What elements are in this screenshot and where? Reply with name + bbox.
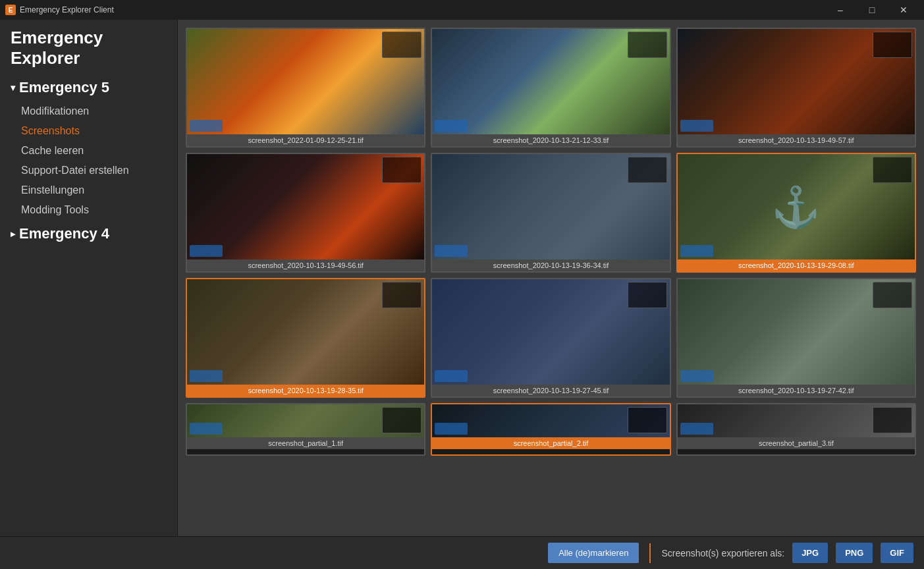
screenshot-filename: screenshot_partial_2.tif — [432, 437, 669, 449]
thumb-hud-ui — [680, 245, 713, 257]
sidebar-item-screenshots[interactable]: Screenshots — [0, 121, 177, 141]
screenshot-item[interactable]: screenshot_2020-10-13-19-27-42.tif — [676, 278, 916, 398]
screenshot-filename: screenshot_2020-10-13-19-27-45.tif — [432, 385, 669, 396]
sidebar-item-support[interactable]: Support-Datei erstellen — [0, 161, 177, 180]
chevron-emergency4-icon: ▸ — [11, 229, 15, 239]
screenshot-thumb — [432, 29, 669, 134]
screenshot-thumb — [187, 29, 424, 134]
sidebar-group-emergency4[interactable]: ▸ Emergency 4 — [0, 220, 177, 248]
divider — [649, 543, 651, 563]
screenshot-item[interactable]: screenshot_partial_2.tif — [431, 403, 670, 456]
screenshot-filename: screenshot_2020-10-13-19-28-35.tif — [187, 385, 424, 396]
export-jpg-button[interactable]: JPG — [792, 543, 828, 563]
close-button[interactable]: ✕ — [888, 0, 919, 20]
minimize-button[interactable]: – — [825, 0, 856, 20]
app-icon: E — [5, 5, 16, 15]
bottom-bar: Alle (de)markieren Screenshot(s) exporti… — [0, 536, 924, 569]
export-gif-button[interactable]: GIF — [881, 543, 913, 563]
sidebar-title: Emergency Explorer — [0, 20, 177, 74]
thumb-overlay-ui — [873, 407, 912, 433]
screenshot-item[interactable]: ⚓screenshot_2020-10-13-19-29-08.tif — [676, 153, 916, 273]
thumb-overlay-ui — [628, 157, 667, 183]
title-bar-left: E Emergency Explorer Client — [5, 5, 114, 15]
thumb-hud-ui — [680, 423, 713, 435]
screenshot-filename: screenshot_2020-10-13-19-49-56.tif — [187, 259, 424, 271]
screenshot-thumb: ⚓ — [678, 154, 915, 259]
screenshot-thumb — [432, 404, 669, 437]
thumb-overlay-ui — [628, 32, 667, 58]
sidebar-group-emergency5-label: Emergency 5 — [19, 79, 109, 96]
thumb-overlay-ui — [382, 32, 421, 58]
thumb-hud-ui — [680, 120, 713, 132]
screenshot-filename: screenshot_2022-01-09-12-25-21.tif — [187, 134, 424, 146]
anchor-symbol: ⚓ — [771, 184, 821, 230]
thumb-hud-ui — [190, 120, 223, 132]
sidebar-item-cache[interactable]: Cache leeren — [0, 141, 177, 161]
thumb-hud-ui — [435, 423, 468, 435]
screenshot-item[interactable]: screenshot_2020-10-13-19-49-56.tif — [186, 153, 425, 273]
thumb-hud-ui — [190, 423, 223, 435]
sidebar-item-einstellungen[interactable]: Einstellungen — [0, 180, 177, 200]
screenshot-thumb — [678, 29, 915, 134]
screenshot-item[interactable]: screenshot_partial_1.tif — [186, 403, 425, 456]
screenshot-thumb — [678, 279, 915, 385]
screenshot-filename: screenshot_2020-10-13-19-49-57.tif — [678, 134, 915, 146]
thumb-overlay-ui — [628, 407, 667, 433]
screenshot-thumb — [432, 154, 669, 259]
sidebar: Emergency Explorer ▾ Emergency 5 Modifik… — [0, 20, 178, 536]
screenshot-item[interactable]: screenshot_partial_3.tif — [676, 403, 916, 456]
screenshot-thumb — [187, 404, 424, 437]
screenshot-thumb — [187, 154, 424, 259]
thumb-hud-ui — [190, 370, 223, 382]
thumb-overlay-ui — [382, 407, 421, 433]
thumb-hud-ui — [680, 370, 713, 382]
sidebar-group-emergency4-label: Emergency 4 — [19, 225, 109, 242]
thumb-hud-ui — [435, 120, 468, 132]
export-label: Screenshot(s) exportieren als: — [661, 548, 784, 558]
screenshot-item[interactable]: screenshot_2020-10-13-21-12-33.tif — [431, 28, 670, 148]
chevron-emergency5-icon: ▾ — [11, 82, 15, 93]
deselect-all-button[interactable]: Alle (de)markieren — [548, 543, 639, 563]
thumb-hud-ui — [190, 245, 223, 257]
maximize-button[interactable]: □ — [857, 0, 887, 20]
app-title: Emergency Explorer Client — [20, 5, 114, 14]
screenshot-item[interactable]: screenshot_2020-10-13-19-49-57.tif — [676, 28, 916, 148]
sidebar-group-emergency5[interactable]: ▾ Emergency 5 — [0, 74, 177, 101]
screenshot-item[interactable]: screenshot_2020-10-13-19-28-35.tif — [186, 278, 425, 398]
sidebar-item-modifikationen[interactable]: Modifikationen — [0, 101, 177, 121]
title-bar-controls: – □ ✕ — [825, 0, 919, 20]
main-layout: Emergency Explorer ▾ Emergency 5 Modifik… — [0, 20, 924, 536]
screenshot-filename: screenshot_partial_3.tif — [678, 437, 915, 449]
screenshot-thumb — [432, 279, 669, 385]
screenshot-filename: screenshot_2020-10-13-21-12-33.tif — [432, 134, 669, 146]
screenshot-item[interactable]: screenshot_2022-01-09-12-25-21.tif — [186, 28, 425, 148]
thumb-overlay-ui — [382, 157, 421, 183]
thumb-overlay-ui — [873, 32, 912, 58]
screenshot-item[interactable]: screenshot_2020-10-13-19-36-34.tif — [431, 153, 670, 273]
screenshot-filename: screenshot_2020-10-13-19-36-34.tif — [432, 259, 669, 271]
thumb-overlay-ui — [628, 282, 667, 308]
screenshot-item[interactable]: screenshot_2020-10-13-19-27-45.tif — [431, 278, 670, 398]
screenshot-thumb — [678, 404, 915, 437]
screenshot-grid: screenshot_2022-01-09-12-25-21.tifscreen… — [183, 25, 919, 458]
sidebar-item-modding[interactable]: Modding Tools — [0, 200, 177, 220]
content-area: screenshot_2022-01-09-12-25-21.tifscreen… — [178, 20, 924, 536]
screenshot-filename: screenshot_partial_1.tif — [187, 437, 424, 449]
screenshot-filename: screenshot_2020-10-13-19-29-08.tif — [678, 259, 915, 271]
thumb-hud-ui — [435, 245, 468, 257]
title-bar: E Emergency Explorer Client – □ ✕ — [0, 0, 924, 20]
thumb-hud-ui — [435, 370, 468, 382]
thumb-overlay-ui — [873, 157, 912, 183]
thumb-overlay-ui — [873, 282, 912, 308]
screenshot-thumb — [187, 279, 424, 385]
screenshot-filename: screenshot_2020-10-13-19-27-42.tif — [678, 385, 915, 396]
thumb-overlay-ui — [382, 282, 421, 308]
export-png-button[interactable]: PNG — [836, 543, 873, 563]
